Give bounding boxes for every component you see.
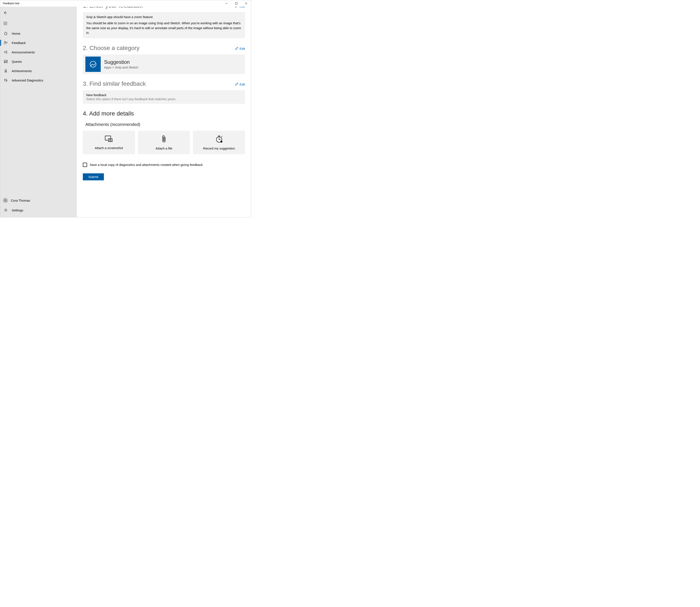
step3-header: 3. Find similar feedback Edit	[83, 80, 245, 87]
feedback-summary-body: You should be able to zoom in on an imag…	[86, 21, 242, 35]
step2-header: 2. Choose a category Edit	[83, 45, 245, 51]
home-icon	[3, 32, 9, 35]
category-path: Apps > Snip and Sketch	[104, 65, 138, 69]
ribbon-icon	[3, 69, 9, 73]
maximize-button[interactable]	[232, 0, 241, 6]
edit-label: Edit	[240, 83, 245, 86]
minimize-button[interactable]	[222, 0, 232, 6]
close-button[interactable]	[241, 0, 251, 6]
svg-point-20	[5, 209, 6, 211]
edit-label: Edit	[240, 47, 245, 50]
step1-summary-card: Snip & Sketch app should have a zoom fea…	[83, 12, 245, 38]
paperclip-icon	[161, 135, 167, 144]
submit-label: Submit	[88, 175, 98, 179]
app-window: Feedback Hub	[0, 0, 251, 217]
category-tile-icon	[85, 57, 101, 72]
record-suggestion-tile[interactable]: Record my suggestion	[193, 131, 245, 154]
save-local-checkbox-row[interactable]: Save a local copy of diagnostics and att…	[83, 163, 245, 167]
nav-label: Home	[12, 32, 20, 35]
svg-point-8	[4, 41, 6, 43]
megaphone-icon	[3, 50, 9, 54]
step2-edit-link[interactable]: Edit	[235, 47, 245, 51]
pencil-icon	[235, 82, 238, 86]
window-controls	[222, 0, 251, 6]
nav-label: Feedback	[12, 41, 26, 45]
hamburger-button[interactable]	[0, 19, 11, 27]
settings-item[interactable]: Settings	[0, 205, 77, 215]
edit-label: Edit	[240, 6, 245, 8]
attach-screenshot-tile[interactable]: Attach a screenshot	[83, 131, 135, 154]
sidebar: Home Feedback Announcements	[0, 6, 77, 217]
nav-item-feedback[interactable]: Feedback	[0, 38, 77, 47]
nav-list: Home Feedback Announcements	[0, 29, 77, 85]
nav-label: Achievements	[12, 69, 32, 73]
submit-button[interactable]: Submit	[83, 173, 104, 180]
attachments-row: Attach a screenshot Attach a file Record…	[83, 131, 245, 154]
category-card: Suggestion Apps > Snip and Sketch	[83, 55, 245, 74]
step1-edit-link[interactable]: Edit	[235, 6, 245, 9]
nav-item-quests[interactable]: Quests	[0, 57, 77, 66]
user-name: Cora Thomas	[11, 198, 30, 202]
nav-item-diagnostics[interactable]: Advanced Diagnostics	[0, 76, 77, 85]
attach-file-tile[interactable]: Attach a file	[138, 131, 190, 154]
nav-item-achievements[interactable]: Achievements	[0, 66, 77, 76]
nav-item-announcements[interactable]: Announcements	[0, 47, 77, 57]
svg-point-31	[221, 141, 222, 143]
screenshot-icon	[104, 135, 113, 143]
svg-point-16	[6, 80, 7, 81]
step4-title: 4. Add more details	[83, 110, 134, 117]
svg-rect-11	[4, 60, 7, 63]
tile-label: Attach a screenshot	[95, 146, 123, 150]
similar-option-title: New feedback	[86, 93, 242, 97]
pencil-icon	[235, 6, 238, 8]
svg-point-17	[5, 199, 6, 200]
tile-label: Attach a file	[156, 147, 172, 150]
step3-title: 3. Find similar feedback	[83, 80, 146, 87]
nav-label: Announcements	[12, 50, 35, 54]
svg-rect-1	[236, 3, 237, 4]
similar-option-subtitle: Select this option if there isn't any fe…	[86, 97, 242, 101]
main-content[interactable]: 1. Enter your feedback Edit Snip & Sketc…	[77, 6, 251, 217]
step2-title: 2. Choose a category	[83, 45, 139, 51]
tile-label: Record my suggestion	[203, 147, 235, 150]
checkbox-icon[interactable]	[83, 163, 87, 167]
settings-label: Settings	[12, 208, 23, 212]
nav-label: Advanced Diagnostics	[12, 79, 43, 82]
step1-header: 1. Enter your feedback Edit	[83, 6, 245, 9]
checkbox-label: Save a local copy of diagnostics and att…	[89, 163, 203, 167]
step3-edit-link[interactable]: Edit	[235, 82, 245, 87]
svg-point-14	[4, 79, 5, 80]
gear-icon	[3, 208, 9, 212]
stopwatch-icon	[215, 135, 223, 144]
user-account-item[interactable]: Cora Thomas	[0, 195, 77, 205]
title-bar: Feedback Hub	[0, 0, 251, 6]
map-icon	[3, 60, 9, 63]
nav-item-home[interactable]: Home	[0, 29, 77, 38]
back-button[interactable]	[0, 9, 11, 17]
feedback-summary-title: Snip & Sketch app should have a zoom fea…	[86, 15, 242, 19]
category-type: Suggestion	[104, 59, 138, 65]
avatar-icon	[3, 198, 8, 203]
svg-line-30	[221, 136, 222, 137]
tools-icon	[3, 78, 9, 82]
svg-rect-23	[108, 139, 112, 142]
window-title: Feedback Hub	[3, 2, 19, 5]
step1-title: 1. Enter your feedback	[83, 6, 143, 9]
attachments-subhead: Attachments (recommended)	[85, 122, 245, 127]
nav-label: Quests	[12, 60, 22, 63]
feedback-icon	[3, 41, 9, 45]
svg-point-21	[90, 61, 96, 67]
step4-header: 4. Add more details	[83, 110, 245, 117]
svg-point-12	[5, 69, 6, 71]
similar-feedback-card: New feedback Select this option if there…	[83, 90, 245, 104]
pencil-icon	[235, 47, 238, 50]
